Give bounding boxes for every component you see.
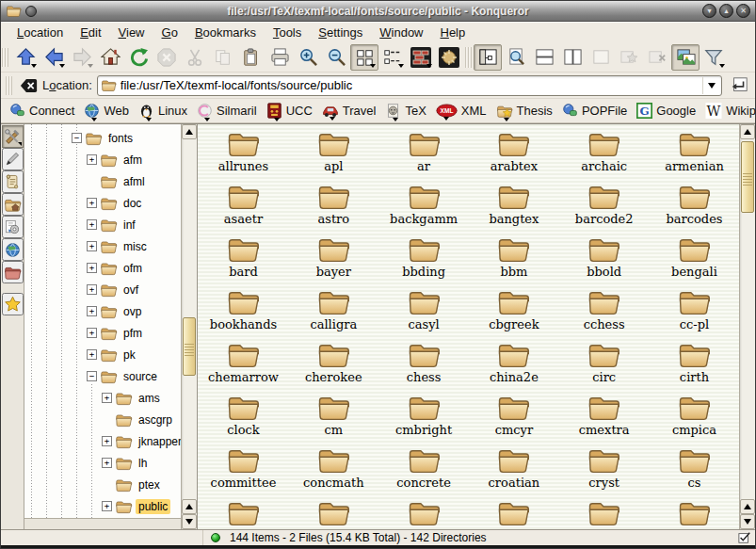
folder-item-cryst[interactable]: cryst (560, 445, 648, 498)
tree-expander-plus[interactable]: + (87, 328, 97, 338)
folder-item-bangtex[interactable]: bangtex (470, 182, 557, 234)
preview-button[interactable] (671, 44, 700, 71)
split-top-bottom-button[interactable] (530, 44, 558, 71)
tree-expander-plus[interactable]: + (87, 198, 97, 208)
zoom-out-button[interactable] (322, 44, 350, 71)
folder-item-cmcyr[interactable]: cmcyr (470, 393, 557, 445)
tree-item-lh[interactable]: + lh (24, 452, 181, 474)
toolbar-grip[interactable] (6, 76, 12, 95)
folder-item-apl[interactable]: apl (290, 129, 378, 182)
sidebar-bookmark-edit-button[interactable] (2, 148, 24, 170)
tree-expander-plus[interactable]: + (102, 436, 112, 446)
titlebar[interactable]: file:/usr/TeX/texmf-local/fonts/source/p… (1, 1, 755, 22)
folder-item-cbgreek[interactable]: cbgreek (470, 287, 557, 340)
tree-item-ovp[interactable]: + ovp (24, 300, 181, 322)
run-tool-button[interactable] (435, 44, 463, 71)
menu-view[interactable]: View (110, 24, 153, 41)
folder-item-cs[interactable]: cs (651, 445, 738, 498)
folder-item-bookhands[interactable]: bookhands (200, 287, 287, 340)
menu-bookmarks[interactable]: Bookmarks (186, 24, 265, 41)
bookmark-tex[interactable]: TeX (380, 101, 430, 121)
zoom-in-button[interactable] (294, 44, 322, 71)
sidebar-toggle-button[interactable] (474, 44, 502, 71)
sidebar-home-dir-button[interactable] (2, 193, 24, 216)
scroll-up-button[interactable] (182, 499, 197, 514)
minimize-button[interactable]: ▾ (702, 4, 716, 18)
split-left-right-button[interactable] (558, 44, 587, 71)
tree-item-ovf[interactable]: + ovf (24, 279, 181, 300)
folder-item-bbding[interactable]: bbding (380, 234, 468, 287)
sidebar-bookmarks-button[interactable] (2, 293, 24, 315)
folder-item-cmpica[interactable]: cmpica (651, 393, 738, 445)
scroll-up-button[interactable] (740, 499, 755, 514)
folder-item-cchess[interactable]: cchess (560, 287, 648, 340)
remove-view-button[interactable] (587, 44, 615, 71)
bookmark-google[interactable]: GGoogle (632, 101, 700, 121)
bookmark-travel[interactable]: Travel (317, 102, 381, 120)
folder-item[interactable] (560, 498, 648, 529)
folder-item[interactable] (200, 498, 287, 529)
folder-item-cmbright[interactable]: cmbright (380, 393, 468, 445)
multicolumn-view-button[interactable] (407, 44, 435, 71)
folder-item-backgamm[interactable]: backgamm (380, 182, 468, 234)
sidebar-network-button[interactable] (2, 238, 24, 261)
tree-expander-plus[interactable]: + (102, 393, 112, 403)
tree-item-source[interactable]: − source (24, 365, 181, 387)
tree-expander-minus[interactable]: − (72, 133, 82, 143)
folder-item-committee[interactable]: committee (200, 445, 287, 498)
sidebar-tools-button[interactable] (2, 125, 24, 148)
folder-item-calligra[interactable]: calligra (290, 287, 378, 340)
menu-tools[interactable]: Tools (265, 24, 310, 41)
tree-item-afml[interactable]: afml (24, 170, 181, 192)
tree-item-pk[interactable]: + pk (24, 344, 181, 365)
bookmark-thesis[interactable]: Thesis (491, 102, 557, 121)
clear-location-button[interactable] (20, 78, 38, 93)
bookmark-ucc[interactable]: UCC (262, 101, 317, 121)
folder-item-allrunes[interactable]: allrunes (200, 129, 287, 182)
tree-item-ams[interactable]: + ams (24, 387, 181, 409)
back-button[interactable] (40, 44, 68, 71)
paste-button[interactable] (237, 44, 265, 71)
cut-button[interactable] (181, 44, 209, 71)
go-button[interactable] (727, 74, 751, 97)
tree-expander-plus[interactable]: + (87, 241, 97, 251)
location-input[interactable] (121, 78, 699, 92)
menu-help[interactable]: Help (432, 24, 475, 41)
tree-item-jknappen[interactable]: + jknappen (24, 430, 181, 452)
tree-item-inf[interactable]: + inf (24, 214, 181, 235)
reload-button[interactable] (124, 44, 153, 71)
directory-icon-view[interactable]: allrunes apl ar arabtex archaic armenian… (198, 124, 755, 529)
menu-window[interactable]: Window (371, 24, 431, 41)
location-dropdown-button[interactable] (702, 77, 719, 94)
folder-item-asaetr[interactable]: asaetr (200, 182, 287, 234)
bookmark-xml[interactable]: XMLXML (431, 102, 491, 120)
stop-button[interactable] (153, 44, 181, 71)
home-button[interactable] (96, 44, 124, 71)
folder-item-bard[interactable]: bard (200, 234, 287, 287)
sidebar-root-dir-button[interactable] (2, 261, 24, 283)
bookmark-silmaril[interactable]: Silmaril (192, 101, 262, 121)
bookmark-popfile[interactable]: POPFile (557, 101, 632, 121)
folder-item-bayer[interactable]: bayer (290, 234, 378, 287)
bookmark-linux[interactable]: Linux (134, 101, 192, 121)
folder-item-bengali[interactable]: bengali (651, 234, 738, 287)
tree-item-ptex[interactable]: ptex (24, 474, 181, 495)
detach-view-button[interactable] (615, 44, 643, 71)
tree-item-doc[interactable]: + doc (24, 192, 181, 214)
folder-item[interactable] (290, 498, 378, 529)
folder-item-concmath[interactable]: concmath (290, 445, 378, 498)
sidebar-services-button[interactable] (2, 216, 24, 238)
bookmark-web[interactable]: Web (79, 101, 134, 121)
maximize-button[interactable]: ▴ (719, 4, 733, 18)
folder-item-chemarrow[interactable]: chemarrow (200, 340, 287, 393)
folder-item-croatian[interactable]: croatian (470, 445, 557, 498)
tree-item-fonts[interactable]: − fonts (24, 127, 181, 149)
menu-settings[interactable]: Settings (310, 24, 371, 41)
close-view-button[interactable] (643, 44, 671, 71)
tree-expander-plus[interactable]: + (87, 306, 97, 316)
folder-item-cmextra[interactable]: cmextra (560, 393, 648, 445)
tree-expander-plus[interactable]: + (87, 263, 97, 273)
folder-item[interactable] (470, 498, 557, 529)
location-combobox[interactable] (97, 75, 722, 96)
tree-expander-plus[interactable]: + (87, 219, 97, 230)
